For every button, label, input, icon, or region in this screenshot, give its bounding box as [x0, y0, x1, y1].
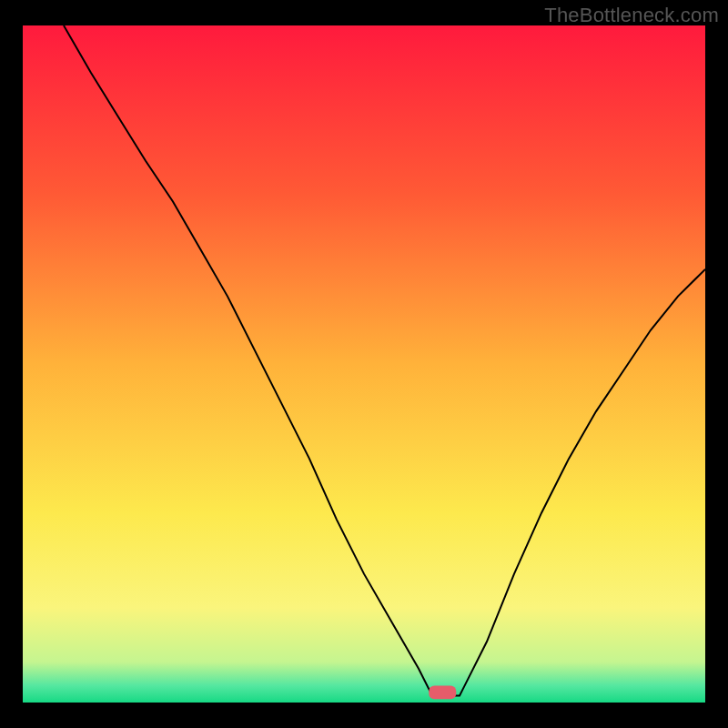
optimal-marker [429, 685, 456, 699]
chart-frame: TheBottleneck.com [0, 0, 728, 728]
chart-svg [23, 25, 705, 703]
plot-area [23, 25, 705, 703]
watermark-text: TheBottleneck.com [544, 4, 719, 27]
